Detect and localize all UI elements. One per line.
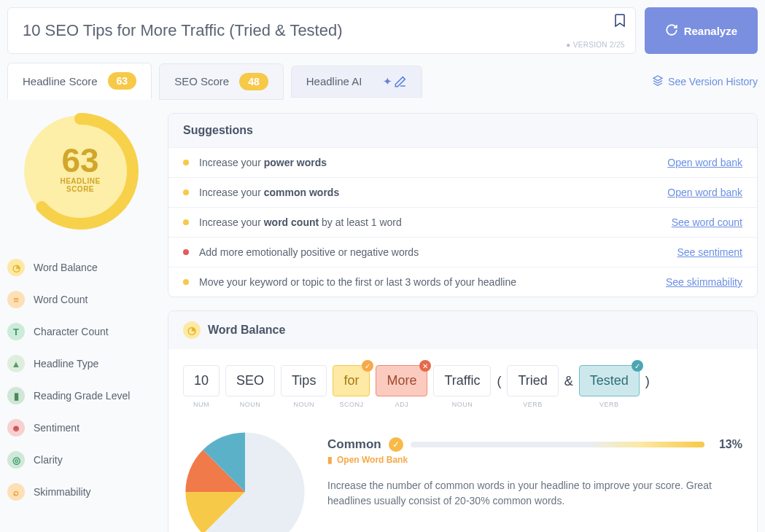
- suggestion-row: Increase your power wordsOpen word bank: [168, 147, 757, 177]
- metric-icon: ☻: [7, 419, 25, 437]
- tab-headline-score[interactable]: Headline Score 63: [7, 63, 152, 100]
- tab-label: SEO Score: [174, 75, 229, 87]
- metric-icon: T: [7, 323, 25, 340]
- metric-icon: ≡: [7, 291, 25, 308]
- word-token: TriedVERB: [507, 365, 558, 408]
- see-history-label: See Version History: [668, 76, 758, 87]
- token-pos: SCONJ: [333, 401, 370, 408]
- score-label-2: SCORE: [60, 185, 100, 193]
- suggestion-text: Add more emotionally positive or negativ…: [199, 246, 677, 258]
- version-tag: ● VERSION 2/25: [566, 41, 624, 49]
- open-wb-label: Open Word Bank: [337, 455, 408, 465]
- metric-item[interactable]: ▲Headline Type: [7, 348, 153, 380]
- punctuation: ): [645, 365, 650, 389]
- headline-input-box[interactable]: 10 SEO Tips for More Traffic (Tried & Te…: [7, 7, 636, 54]
- metric-item[interactable]: ☻Sentiment: [7, 412, 153, 444]
- token-box: SEO: [225, 365, 275, 396]
- tab-seo-score[interactable]: SEO Score 48: [159, 63, 284, 100]
- punctuation: (: [497, 365, 501, 389]
- token-box: Traffic: [433, 365, 491, 396]
- suggestion-row: Move your keyword or topic to the first …: [168, 267, 757, 297]
- metric-item[interactable]: ≡Word Count: [7, 283, 153, 316]
- score-number: 63: [60, 144, 100, 177]
- pie-icon: ◔: [183, 321, 201, 339]
- metric-icon: ▮: [7, 387, 25, 404]
- metric-icon: ◔: [7, 259, 25, 276]
- suggestion-text: Increase your common words: [199, 187, 667, 198]
- metric-item[interactable]: ▮Reading Grade Level: [7, 380, 153, 412]
- metric-label: Sentiment: [34, 422, 79, 434]
- word-balance-panel: ◔ Word Balance 10NUMSEONOUNTipsNOUNfor✓S…: [168, 310, 758, 532]
- check-icon: ✓: [389, 437, 403, 452]
- suggestion-link[interactable]: See word count: [672, 216, 742, 228]
- metric-icon: ⌕: [7, 483, 25, 501]
- headline-score-badge: 63: [108, 72, 137, 90]
- suggestion-link[interactable]: Open word bank: [667, 187, 742, 198]
- metric-label: Word Balance: [34, 262, 98, 273]
- word-token: TipsNOUN: [281, 365, 327, 408]
- tab-headline-ai[interactable]: Headline AI ✦: [291, 66, 422, 98]
- common-pct: 13%: [719, 438, 742, 451]
- status-dot: [183, 219, 189, 225]
- word-balance-header: ◔ Word Balance: [168, 311, 757, 349]
- metric-label: Clarity: [34, 454, 63, 466]
- status-dot: [183, 160, 189, 165]
- word-token: SEONOUN: [225, 365, 275, 408]
- suggestion-link[interactable]: See skimmability: [666, 276, 742, 288]
- suggestion-text: Move your keyword or topic to the first …: [199, 276, 666, 288]
- word-balance-title: Word Balance: [208, 324, 285, 337]
- suggestion-row: Increase your common wordsOpen word bank: [168, 177, 757, 207]
- reanalyze-button[interactable]: Reanalyze: [645, 7, 758, 54]
- suggestion-row: Add more emotionally positive or negativ…: [168, 237, 757, 267]
- common-title: Common: [327, 437, 381, 452]
- token-box: Tested✓: [579, 365, 640, 396]
- tab-label: Headline AI: [306, 75, 362, 87]
- metric-item[interactable]: ⌕Skimmability: [7, 476, 153, 508]
- metric-item[interactable]: TCharacter Count: [7, 316, 153, 348]
- layers-icon: [652, 74, 664, 88]
- suggestion-link[interactable]: Open word bank: [667, 157, 742, 168]
- token-pos: NOUN: [225, 401, 275, 408]
- suggestion-text: Increase your word count by at least 1 w…: [199, 216, 672, 228]
- reanalyze-label: Reanalyze: [684, 25, 737, 37]
- headline-score-circle: 63 HEADLINE SCORE: [22, 113, 139, 230]
- word-balance-pie: [183, 430, 307, 532]
- token-pos: NUM: [183, 401, 220, 408]
- see-version-history[interactable]: See Version History: [652, 74, 758, 88]
- x-badge-icon: ✕: [419, 360, 431, 372]
- status-dot: [183, 189, 189, 195]
- metric-item[interactable]: ◔Word Balance: [7, 251, 153, 283]
- token-pos: ADJ: [376, 401, 427, 408]
- token-box: Tips: [281, 365, 327, 396]
- refresh-icon: [665, 23, 678, 39]
- word-token: 10NUM: [183, 365, 220, 408]
- suggestion-row: Increase your word count by at least 1 w…: [168, 207, 757, 237]
- bookmark-icon[interactable]: [615, 14, 625, 30]
- common-description: Increase the number of common words in y…: [327, 478, 742, 509]
- tab-label: Headline Score: [23, 75, 98, 87]
- metric-label: Headline Type: [34, 358, 98, 369]
- token-pos: VERB: [579, 401, 640, 408]
- suggestion-text: Increase your power words: [199, 157, 667, 168]
- metric-label: Character Count: [34, 326, 109, 337]
- metric-label: Reading Grade Level: [34, 390, 130, 402]
- metric-list: ◔Word Balance≡Word CountTCharacter Count…: [7, 251, 153, 508]
- common-bar: [411, 442, 704, 447]
- metric-item[interactable]: ◎Clarity: [7, 444, 153, 476]
- token-pos: NOUN: [281, 401, 327, 408]
- metric-icon: ◎: [7, 451, 25, 469]
- word-token: Tested✓VERB: [579, 365, 640, 408]
- word-tokens: 10NUMSEONOUNTipsNOUNfor✓SCONJMore✕ADJTra…: [168, 349, 757, 415]
- open-word-bank-link[interactable]: ▮ Open Word Bank: [327, 455, 742, 465]
- score-label-1: HEADLINE: [60, 177, 100, 185]
- token-box: for✓: [333, 365, 370, 396]
- metric-label: Skimmability: [34, 486, 91, 498]
- token-pos: VERB: [507, 401, 558, 408]
- seo-score-badge: 48: [239, 73, 268, 90]
- punctuation: &: [564, 365, 573, 389]
- token-pos: NOUN: [433, 401, 491, 408]
- word-token: More✕ADJ: [376, 365, 427, 408]
- suggestion-link[interactable]: See sentiment: [677, 246, 743, 258]
- metric-label: Word Count: [34, 294, 88, 305]
- token-box: 10: [183, 365, 220, 396]
